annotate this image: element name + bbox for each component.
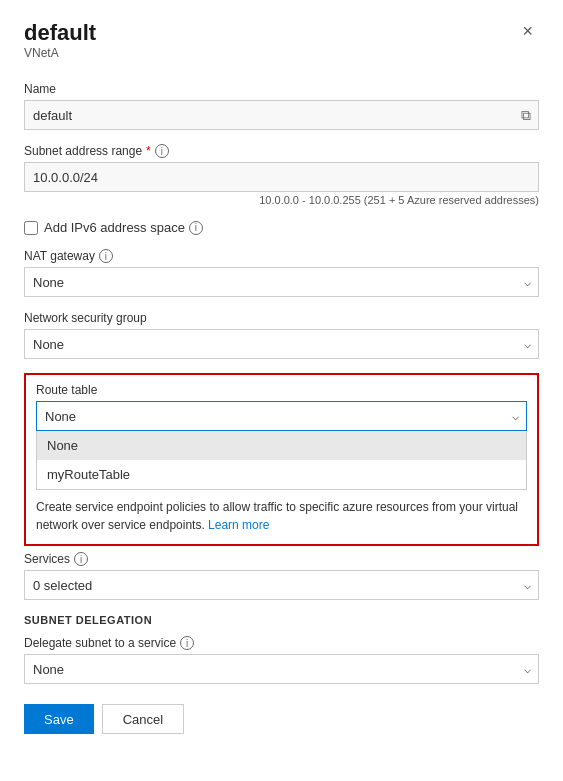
delegate-select[interactable]: None: [24, 654, 539, 684]
subnet-address-hint: 10.0.0.0 - 10.0.0.255 (251 + 5 Azure res…: [24, 194, 539, 206]
nsg-label: Network security group: [24, 311, 539, 325]
copy-icon[interactable]: ⧉: [521, 107, 531, 124]
ipv6-checkbox-label: Add IPv6 address space i: [44, 220, 203, 235]
route-table-option-myroutetable[interactable]: myRouteTable: [37, 460, 526, 489]
services-select-wrapper: 0 selected ⌵: [24, 570, 539, 600]
delegate-select-wrapper: None ⌵: [24, 654, 539, 684]
ipv6-checkbox[interactable]: [24, 221, 38, 235]
nsg-select[interactable]: None: [24, 329, 539, 359]
services-select[interactable]: 0 selected: [24, 570, 539, 600]
subnet-address-range-group: Subnet address range * i 10.0.0.0 - 10.0…: [24, 144, 539, 206]
subnet-delegation-heading: SUBNET DELEGATION: [24, 614, 539, 626]
learn-more-link[interactable]: Learn more: [208, 518, 269, 532]
panel-subtitle: VNetA: [24, 46, 96, 60]
services-label: Services i: [24, 552, 539, 566]
route-table-select-wrapper: None myRouteTable ⌵: [36, 401, 527, 431]
edit-subnet-panel: default VNetA × Name ⧉ Subnet address ra…: [0, 0, 563, 781]
close-button[interactable]: ×: [516, 20, 539, 42]
nat-gateway-select[interactable]: None: [24, 267, 539, 297]
service-endpoint-description: Create service endpoint policies to allo…: [26, 490, 537, 544]
nat-gateway-select-wrapper: None ⌵: [24, 267, 539, 297]
services-info-icon[interactable]: i: [74, 552, 88, 566]
ipv6-info-icon[interactable]: i: [189, 221, 203, 235]
nsg-group: Network security group None ⌵: [24, 311, 539, 359]
route-table-inner: Route table None myRouteTable ⌵: [26, 375, 537, 431]
name-input[interactable]: [24, 100, 539, 130]
required-star: *: [146, 144, 151, 158]
cancel-button[interactable]: Cancel: [102, 704, 184, 734]
name-label: Name: [24, 82, 539, 96]
panel-header: default VNetA ×: [24, 20, 539, 78]
route-table-select[interactable]: None myRouteTable: [36, 401, 527, 431]
nsg-select-wrapper: None ⌵: [24, 329, 539, 359]
subnet-address-info-icon[interactable]: i: [155, 144, 169, 158]
name-field-group: Name ⧉: [24, 82, 539, 130]
route-table-dropdown-menu: None myRouteTable: [36, 431, 527, 490]
nat-gateway-group: NAT gateway i None ⌵: [24, 249, 539, 297]
subnet-address-range-label: Subnet address range * i: [24, 144, 539, 158]
nat-gateway-label: NAT gateway i: [24, 249, 539, 263]
panel-title-block: default VNetA: [24, 20, 96, 78]
nat-gateway-info-icon[interactable]: i: [99, 249, 113, 263]
delegate-label: Delegate subnet to a service i: [24, 636, 539, 650]
ipv6-checkbox-row: Add IPv6 address space i: [24, 220, 539, 235]
route-table-option-none[interactable]: None: [37, 431, 526, 460]
route-table-label: Route table: [36, 383, 527, 397]
delegate-info-icon[interactable]: i: [180, 636, 194, 650]
subnet-delegation-group: SUBNET DELEGATION Delegate subnet to a s…: [24, 614, 539, 684]
subnet-address-input[interactable]: [24, 162, 539, 192]
services-group: Services i 0 selected ⌵: [24, 552, 539, 600]
name-input-wrapper: ⧉: [24, 100, 539, 130]
panel-title: default: [24, 20, 96, 46]
save-button[interactable]: Save: [24, 704, 94, 734]
route-table-section: Route table None myRouteTable ⌵ None myR…: [24, 373, 539, 546]
footer-buttons: Save Cancel: [24, 704, 539, 734]
